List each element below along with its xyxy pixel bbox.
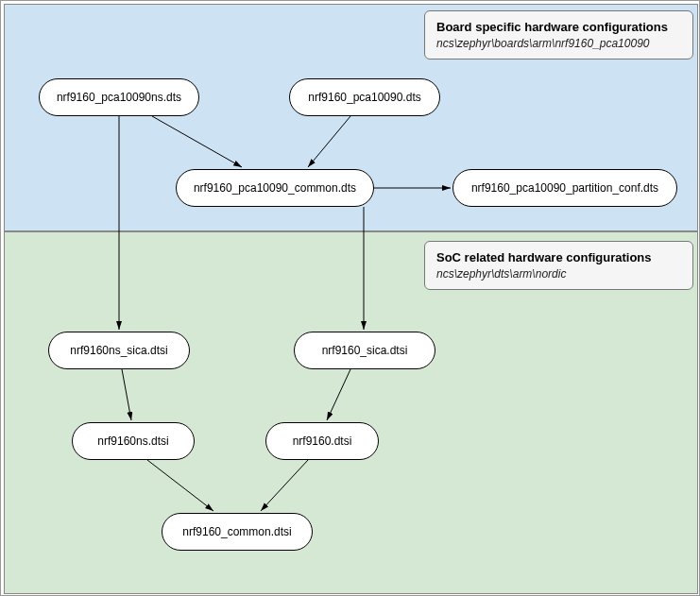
label-board-title: Board specific hardware configurations	[436, 19, 681, 36]
label-soc-path: ncs\zephyr\dts\arm\nordic	[436, 266, 681, 281]
node-label: nrf9160ns_sica.dtsi	[70, 344, 167, 357]
node-label: nrf9160ns.dtsi	[97, 434, 168, 448]
label-board-path: ncs\zephyr\boards\arm\nrf9160_pca10090	[436, 36, 681, 51]
node-label: nrf9160_pca10090_partition_conf.dts	[471, 181, 658, 195]
node-label: nrf9160.dtsi	[293, 434, 352, 448]
node-label: nrf9160_common.dtsi	[182, 525, 291, 538]
node-nrf9160-dtsi: nrf9160.dtsi	[265, 422, 379, 460]
node-nrf9160ns-sica-dtsi: nrf9160ns_sica.dtsi	[48, 332, 190, 369]
node-nrf9160ns-dtsi: nrf9160ns.dtsi	[72, 422, 195, 460]
label-board: Board specific hardware configurations n…	[424, 10, 693, 60]
node-nrf9160-sica-dtsi: nrf9160_sica.dtsi	[294, 332, 435, 369]
label-soc-title: SoC related hardware configurations	[436, 249, 681, 266]
node-nrf9160-pca10090ns-dts: nrf9160_pca10090ns.dts	[39, 78, 199, 116]
node-nrf9160-pca10090-common-dts: nrf9160_pca10090_common.dts	[176, 169, 374, 207]
node-nrf9160-common-dtsi: nrf9160_common.dtsi	[162, 513, 313, 551]
node-label: nrf9160_sica.dtsi	[322, 344, 408, 357]
node-label: nrf9160_pca10090.dts	[308, 91, 420, 104]
node-nrf9160-pca10090-partition-conf-dts: nrf9160_pca10090_partition_conf.dts	[452, 169, 677, 207]
diagram-canvas: Board specific hardware configurations n…	[0, 0, 700, 596]
label-soc: SoC related hardware configurations ncs\…	[424, 241, 693, 290]
node-nrf9160-pca10090-dts: nrf9160_pca10090.dts	[289, 78, 440, 116]
node-label: nrf9160_pca10090ns.dts	[57, 91, 181, 104]
node-label: nrf9160_pca10090_common.dts	[194, 181, 356, 195]
